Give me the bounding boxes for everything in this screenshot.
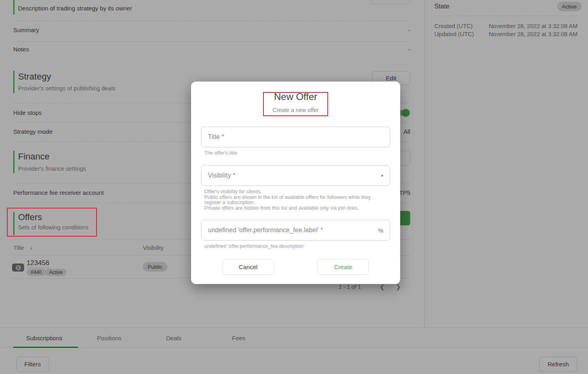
visibility-select[interactable]: Visibility * ▾	[201, 165, 390, 186]
create-button[interactable]: Create	[317, 259, 369, 275]
performance-fee-input-label: undefined 'offer.performance_fee.label' …	[208, 227, 378, 234]
cancel-button[interactable]: Cancel	[222, 259, 274, 275]
visibility-select-label: Visibility *	[208, 172, 381, 179]
percent-suffix: %	[378, 227, 383, 234]
annotation-box-offers	[7, 208, 97, 237]
title-input-label: Title *	[208, 133, 383, 141]
title-input[interactable]: Title *	[201, 127, 390, 147]
provider-page: Description of trading strategy by its o…	[0, 0, 588, 374]
title-helper-text: The offer's title	[204, 151, 386, 156]
chevron-down-icon: ▾	[381, 173, 383, 178]
visibility-helper-text: Offer's visibility for clients. Public o…	[204, 189, 386, 211]
annotation-box-new-offer	[263, 92, 328, 116]
performance-fee-helper-text: undefined 'offer.performance_fee.descrip…	[204, 244, 386, 249]
performance-fee-input[interactable]: undefined 'offer.performance_fee.label' …	[201, 220, 390, 241]
